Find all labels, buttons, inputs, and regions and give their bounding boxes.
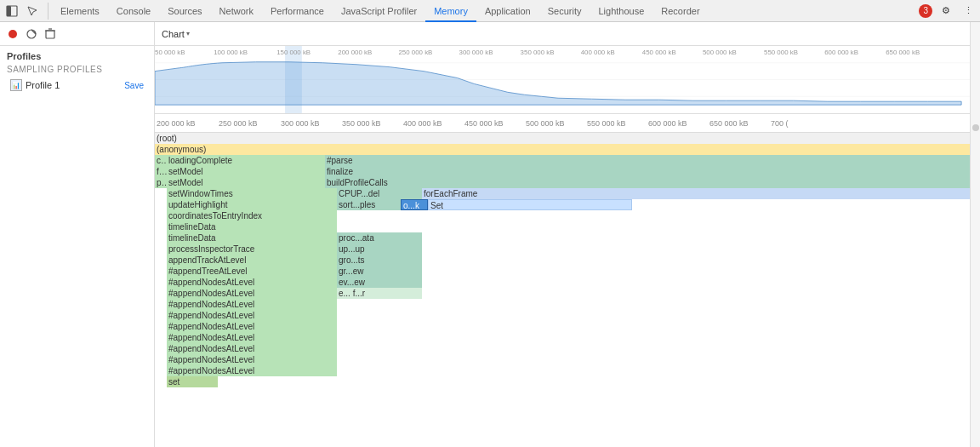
flame-cell-processinspector[interactable]: processInspectorTrace xyxy=(167,244,337,255)
svg-text:700 (: 700 ( xyxy=(771,119,789,128)
sidebar: Profiles SAMPLING PROFILES 📊 Profile 1 S… xyxy=(0,22,155,447)
tab-network[interactable]: Network xyxy=(211,0,262,22)
flame-cell-appendnodes9[interactable]: #appendNodesAtLevel xyxy=(167,365,337,376)
flame-row-8: coordinatesToEntryIndex xyxy=(155,210,970,221)
profile-item-left: 📊 Profile 1 xyxy=(10,79,60,91)
tab-js-profiler[interactable]: JavaScript Profiler xyxy=(333,0,425,22)
flame-cell-coords[interactable]: coordinatesToEntryIndex xyxy=(167,210,337,221)
flame-cell-fince[interactable]: fin...ce xyxy=(155,166,167,177)
mini-chart[interactable]: 50 000 kB 100 000 kB 150 000 kB 200 000 … xyxy=(155,46,970,114)
flame-cell-set-highlight[interactable]: Set xyxy=(428,199,632,210)
svg-text:550 000 kB: 550 000 kB xyxy=(587,119,626,128)
flame-cell-timeline1[interactable]: timelineData xyxy=(167,221,337,232)
flame-cell-procata[interactable]: proc...ata xyxy=(337,232,422,244)
flame-row-15: #appendNodesAtLevel e... f...r xyxy=(155,288,970,299)
flame-row-4: fin...ce setModel finalize xyxy=(155,166,970,177)
tab-elements[interactable]: Elements xyxy=(52,0,108,22)
chart-select-label: Chart xyxy=(162,29,185,39)
flame-row-13: #appendTreeAtLevel gr...ew xyxy=(155,266,970,277)
svg-text:300 000 kB: 300 000 kB xyxy=(459,49,493,56)
stop-button[interactable] xyxy=(24,26,39,42)
flame-cell-root[interactable]: (root) xyxy=(155,133,970,144)
flame-cell-upup[interactable]: up...up xyxy=(337,244,422,255)
settings-icon[interactable]: ⚙ xyxy=(937,3,954,20)
flame-cell-appendnodes5[interactable]: #appendNodesAtLevel xyxy=(167,321,337,332)
flame-row-7: updateHighlight sort...ples o...k Set xyxy=(155,199,970,210)
svg-text:250 000 kB: 250 000 kB xyxy=(398,49,432,56)
flame-cell-appendnodes6[interactable]: #appendNodesAtLevel xyxy=(167,332,337,343)
flame-cell-efr[interactable]: e... f...r xyxy=(337,288,422,299)
svg-text:500 000 kB: 500 000 kB xyxy=(526,119,565,128)
flame-cell-evew[interactable]: ev...ew xyxy=(337,277,422,288)
flame-row-9: timelineData xyxy=(155,221,970,232)
flame-cell-appendnodes3[interactable]: #appendNodesAtLevel xyxy=(167,299,337,310)
flame-cell-appendtree[interactable]: #appendTreeAtLevel xyxy=(167,266,337,277)
tab-memory[interactable]: Memory xyxy=(425,0,476,22)
tab-recorder[interactable]: Recorder xyxy=(652,0,708,22)
flame-row-16: #appendNodesAtLevel xyxy=(155,299,970,310)
flame-cell-appendnodes7[interactable]: #appendNodesAtLevel xyxy=(167,343,337,354)
flame-cell-setmodel2[interactable]: setModel xyxy=(167,177,325,188)
clear-button[interactable] xyxy=(43,26,58,42)
record-button[interactable] xyxy=(5,26,20,42)
error-badge: 3 xyxy=(919,4,932,18)
flame-cell-updatehighlight[interactable]: updateHighlight xyxy=(167,199,337,210)
tab-lighthouse[interactable]: Lighthouse xyxy=(590,0,652,22)
dock-icon[interactable] xyxy=(3,3,20,20)
flame-cell-appendtrack[interactable]: appendTrackAtLevel xyxy=(167,255,337,266)
flame-container[interactable]: (root) (anonymous) close loadingComplete… xyxy=(155,133,970,447)
profile-item[interactable]: 📊 Profile 1 Save xyxy=(7,77,147,93)
top-nav: Elements Console Sources Network Perform… xyxy=(0,0,980,22)
flame-row-19: #appendNodesAtLevel xyxy=(155,332,970,343)
flame-cell-set[interactable]: set xyxy=(167,376,218,387)
flame-cell-grots[interactable]: gro...ts xyxy=(337,255,422,266)
flame-cell-appendnodes2[interactable]: #appendNodesAtLevel xyxy=(167,288,337,299)
flame-cell-parse[interactable]: #parse xyxy=(325,155,970,166)
flame-row-11: processInspectorTrace up...up xyxy=(155,244,970,255)
more-icon[interactable]: ⋮ xyxy=(960,3,977,20)
flame-row-5: pa...at setModel buildProfileCalls xyxy=(155,177,970,188)
profile-icon: 📊 xyxy=(10,79,22,91)
tab-application[interactable]: Application xyxy=(476,0,539,22)
flame-cell-appendnodes4[interactable]: #appendNodesAtLevel xyxy=(167,310,337,321)
flame-cell-setwindow[interactable]: setWindowTimes xyxy=(167,188,337,199)
nav-right: 3 ⚙ ⋮ xyxy=(919,3,977,20)
svg-text:650 000 kB: 650 000 kB xyxy=(886,49,920,56)
flame-cell-sortples[interactable]: sort...ples xyxy=(337,199,401,210)
tab-sources[interactable]: Sources xyxy=(159,0,210,22)
chart-area: Chart ▾ 50 000 kB 100 000 kB 150 000 kB … xyxy=(155,22,970,447)
flame-row-18: #appendNodesAtLevel xyxy=(155,321,970,332)
flame-cell-loading[interactable]: loadingComplete xyxy=(167,155,325,166)
flame-cell-appendnodes8[interactable]: #appendNodesAtLevel xyxy=(167,354,337,365)
flame-cell-foreach[interactable]: forEachFrame xyxy=(422,188,970,199)
inspect-icon[interactable] xyxy=(24,3,41,20)
flame-cell-grew[interactable]: gr...ew xyxy=(337,266,422,277)
svg-point-2 xyxy=(9,30,17,38)
svg-text:350 000 kB: 350 000 kB xyxy=(521,49,555,56)
svg-text:450 000 kB: 450 000 kB xyxy=(464,119,504,128)
flame-row-set: set xyxy=(155,376,970,387)
flame-cell-close[interactable]: close xyxy=(155,155,167,166)
svg-text:150 000 kB: 150 000 kB xyxy=(276,49,311,56)
tab-performance[interactable]: Performance xyxy=(262,0,333,22)
tab-console[interactable]: Console xyxy=(108,0,159,22)
flame-cell-finalize[interactable]: finalize xyxy=(325,166,970,177)
flame-cell-timeline2[interactable]: timelineData xyxy=(167,232,337,244)
flame-row-12: appendTrackAtLevel gro...ts xyxy=(155,255,970,266)
flame-cell-appendnodes1[interactable]: #appendNodesAtLevel xyxy=(167,277,337,288)
save-button[interactable]: Save xyxy=(124,81,144,90)
profiles-title: Profiles xyxy=(7,51,147,61)
main-content: Profiles SAMPLING PROFILES 📊 Profile 1 S… xyxy=(0,22,980,447)
flame-cell-cpup[interactable]: CPUP...del xyxy=(337,188,422,199)
svg-text:600 000 kB: 600 000 kB xyxy=(648,119,687,128)
flame-cell-anon[interactable]: (anonymous) xyxy=(155,144,970,155)
flame-cell-buildprofile[interactable]: buildProfileCalls xyxy=(325,177,970,188)
flame-cell-paat[interactable]: pa...at xyxy=(155,177,167,188)
tab-security[interactable]: Security xyxy=(539,0,590,22)
svg-text:200 000 kB: 200 000 kB xyxy=(157,119,196,128)
scrollbar-thumb[interactable] xyxy=(972,124,979,131)
flame-cell-setmodel1[interactable]: setModel xyxy=(167,166,325,177)
flame-cell-ok-selected[interactable]: o...k xyxy=(401,199,428,210)
chart-select[interactable]: Chart ▾ xyxy=(162,29,190,39)
scrollbar[interactable] xyxy=(970,22,980,447)
